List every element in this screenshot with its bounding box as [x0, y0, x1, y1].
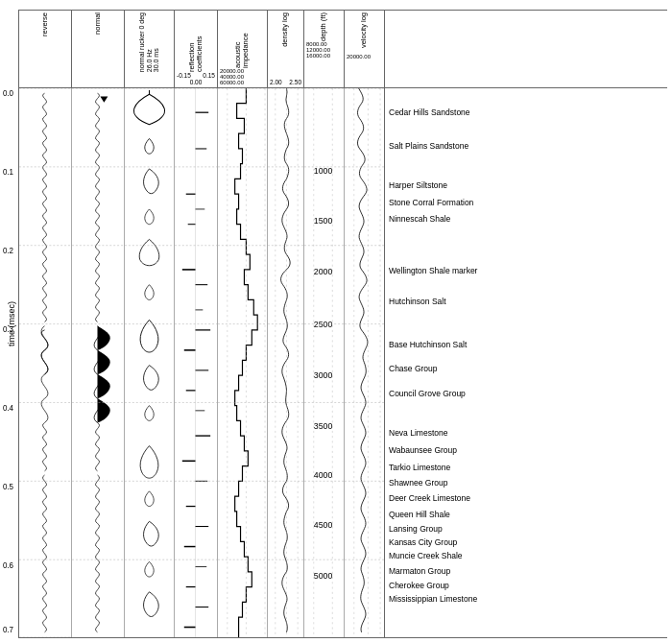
formation-kansas-city: Kansas City Group: [389, 537, 457, 547]
svg-text:5000: 5000: [314, 571, 333, 581]
formation-chase: Chase Group: [389, 364, 438, 373]
track-normal: [72, 88, 125, 637]
track-header-density: density log 2.00 2.50: [268, 11, 304, 87]
formation-ninnescah: Ninnescah Shale: [389, 214, 450, 224]
formation-salt-plains: Salt Plains Sandstone: [389, 141, 468, 151]
formation-hutchinson: Hutchinson Salt: [389, 297, 446, 306]
svg-text:4000: 4000: [314, 470, 333, 480]
svg-text:0.1: 0.1: [3, 168, 14, 177]
svg-text:0.3: 0.3: [3, 325, 14, 334]
formation-lansing: Lansing Group: [389, 524, 443, 534]
svg-text:0.0: 0.0: [3, 89, 14, 98]
track-header-reflection: reflection coefficients -0.15 0.15 0.00: [175, 11, 218, 87]
svg-text:0.7: 0.7: [3, 626, 14, 634]
svg-marker-16: [100, 96, 108, 102]
formation-mississippian: Mississippian Limestone: [389, 594, 477, 604]
formation-harper: Harper Siltstone: [389, 180, 447, 190]
track-velocity: [345, 88, 385, 637]
track-depth: 1000 1500 2000 2500 3000 3500 4000 4500: [304, 88, 345, 637]
formation-queen-hill: Queen Hill Shale: [389, 510, 450, 519]
svg-text:3000: 3000: [314, 370, 333, 380]
svg-text:0.5: 0.5: [3, 483, 14, 491]
svg-text:3500: 3500: [314, 420, 333, 430]
track-reflection: [175, 88, 218, 637]
formation-wabaunsee: Wabaunsee Group: [389, 445, 457, 455]
track-header-depth: depth (ft) 8000.00 12000.00 16000.00: [304, 11, 345, 87]
svg-text:1000: 1000: [314, 166, 333, 176]
formation-shawnee: Shawnee Group: [389, 478, 447, 488]
track-reverse: reverse seismic wiggle: [19, 88, 72, 637]
svg-text:4500: 4500: [314, 519, 333, 529]
track-header-reverse: reverse: [19, 11, 72, 87]
svg-text:0.2: 0.2: [3, 247, 14, 255]
svg-text:1500: 1500: [314, 215, 333, 225]
track-header-acoustic: acoustic impedance 20000.00 40000.00 600…: [218, 11, 268, 87]
time-axis: 0.0 0.1 0.2 0.3 0.4 0.5 0.6 0.7: [0, 88, 19, 637]
svg-text:0.6: 0.6: [3, 560, 14, 569]
formation-tarkio: Tarkio Limestone: [389, 463, 450, 472]
formation-cedar-hills: Cedar Hills Sandstone: [389, 107, 470, 117]
svg-text:2000: 2000: [314, 267, 333, 276]
formation-muncie-creek: Muncie Creek Shale: [389, 551, 463, 560]
formation-deer-creek: Deer Creek Limestone: [389, 493, 470, 503]
svg-text:0.4: 0.4: [3, 404, 14, 413]
track-header-ricker: normal rucker 0 deg26.0 Hz30.0 ms: [125, 11, 175, 87]
formation-neva: Neva Limestone: [389, 428, 447, 438]
formation-cherokee: Cherokee Group: [389, 581, 449, 590]
track-ricker: [125, 88, 175, 637]
track-header-velocity: velocity log 20000.00: [345, 11, 385, 87]
main-container: time (msec) reverse normal normal rucker…: [0, 0, 672, 643]
formation-labels: Cedar Hills Sandstone Salt Plains Sandst…: [385, 88, 543, 637]
formation-council-grove: Council Grove Group: [389, 389, 466, 398]
formation-wellington: Wellington Shale marker: [389, 266, 477, 275]
track-header-normal: normal: [72, 11, 125, 87]
formation-marmaton: Marmaton Group: [389, 566, 450, 576]
formation-base-hutchinson: Base Hutchinson Salt: [389, 340, 467, 349]
formation-stone-corral: Stone Corral Formation: [389, 198, 473, 207]
track-density: [268, 88, 304, 637]
track-acoustic: [218, 88, 268, 637]
